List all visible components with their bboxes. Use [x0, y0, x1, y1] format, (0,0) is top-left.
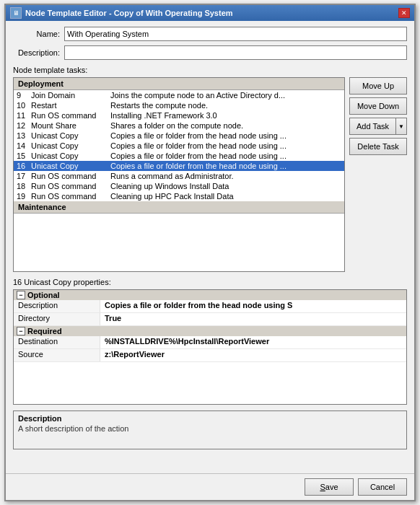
delete-task-button[interactable]: Delete Task [349, 138, 407, 155]
table-row[interactable]: 18 Run OS command Cleaning up Windows In… [14, 181, 344, 191]
prop-value-destination: %INSTALLDRIVE%\HpcInstall\ReportViewer [100, 336, 406, 348]
task-area: Deployment 9 Join Domain Joins the compu… [13, 77, 407, 272]
properties-area: − Optional Description Copies a file or … [13, 289, 407, 405]
description-input[interactable] [64, 45, 407, 60]
group-header-deployment: Deployment [14, 78, 344, 90]
add-task-dropdown-arrow[interactable]: ▼ [396, 118, 406, 134]
description-label: Description: [13, 48, 60, 57]
prop-section-optional-header: − Optional [14, 290, 406, 300]
optional-expand-button[interactable]: − [17, 291, 25, 299]
prop-key-destination: Destination [14, 336, 100, 348]
window-title: Node Template Editor - Copy of With Oper… [25, 9, 233, 17]
save-label: Save [320, 483, 338, 491]
optional-section-label: Optional [27, 291, 60, 299]
move-up-button[interactable]: Move Up [349, 77, 407, 95]
description-box: Description A short description of the a… [13, 410, 407, 449]
main-window: 🖥 Node Template Editor - Copy of With Op… [4, 4, 416, 501]
table-row[interactable]: 11 Run OS command Installing .NET Framew… [14, 110, 344, 120]
add-task-split: Add Task ▼ [349, 118, 407, 135]
table-row[interactable]: 9 Join Domain Joins the compute node to … [14, 90, 344, 100]
required-expand-button[interactable]: − [17, 327, 25, 335]
table-row[interactable]: 17 Run OS command Runs a command as Admi… [14, 171, 344, 181]
prop-row-source: Source z:\ReportViewer [14, 349, 406, 362]
desc-box-text: A short description of the action [18, 424, 402, 433]
prop-section-required-header: − Required [14, 326, 406, 336]
task-list-container: Deployment 9 Join Domain Joins the compu… [13, 77, 345, 272]
name-row: Name: [13, 27, 407, 41]
bottom-bar: Save Cancel [6, 473, 414, 500]
prop-key-description: Description [14, 300, 100, 312]
close-button[interactable]: ✕ [398, 8, 410, 18]
prop-key-source: Source [14, 349, 100, 361]
table-row[interactable]: 14 Unicast Copy Copies a file or folder … [14, 141, 344, 151]
prop-value-directory: True [100, 313, 406, 325]
table-row[interactable]: 10 Restart Restarts the compute node. [14, 100, 344, 110]
prop-row-directory: Directory True [14, 313, 406, 326]
save-button[interactable]: Save [305, 478, 354, 496]
title-bar: 🖥 Node Template Editor - Copy of With Op… [6, 5, 414, 21]
desc-box-title: Description [18, 414, 402, 423]
table-row-selected[interactable]: 16 Unicast Copy Copies a file or folder … [14, 161, 344, 171]
name-input[interactable] [64, 27, 407, 41]
side-buttons: Move Up Move Down Add Task ▼ Delete Task [349, 77, 407, 272]
main-content: Name: Description: Node template tasks: … [6, 21, 414, 473]
prop-key-directory: Directory [14, 313, 100, 325]
move-down-button[interactable]: Move Down [349, 97, 407, 115]
prop-value-source: z:\ReportViewer [100, 349, 406, 361]
cancel-button[interactable]: Cancel [358, 478, 407, 496]
prop-row-description: Description Copies a file or folder from… [14, 300, 406, 313]
required-section-label: Required [27, 327, 62, 335]
table-row[interactable]: 15 Unicast Copy Copies a file or folder … [14, 151, 344, 161]
group-header-maintenance: Maintenance [14, 201, 344, 214]
properties-label: 16 Unicast Copy properties: [13, 278, 407, 286]
table-row[interactable]: 12 Mount Share Shares a folder on the co… [14, 120, 344, 131]
window-icon: 🖥 [10, 7, 22, 19]
task-section-label: Node template tasks: [13, 66, 407, 74]
table-row[interactable]: 19 Run OS command Cleaning up HPC Pack I… [14, 191, 344, 201]
prop-row-destination: Destination %INSTALLDRIVE%\HpcInstall\Re… [14, 336, 406, 349]
description-row: Description: [13, 45, 407, 60]
name-label: Name: [13, 30, 60, 38]
task-list-scroll[interactable]: Deployment 9 Join Domain Joins the compu… [14, 78, 344, 271]
prop-value-description: Copies a file or folder from the head no… [100, 300, 406, 312]
add-task-button[interactable]: Add Task [350, 118, 396, 134]
title-bar-left: 🖥 Node Template Editor - Copy of With Op… [10, 7, 233, 19]
table-row[interactable]: 13 Unicast Copy Copies a file or folder … [14, 131, 344, 141]
